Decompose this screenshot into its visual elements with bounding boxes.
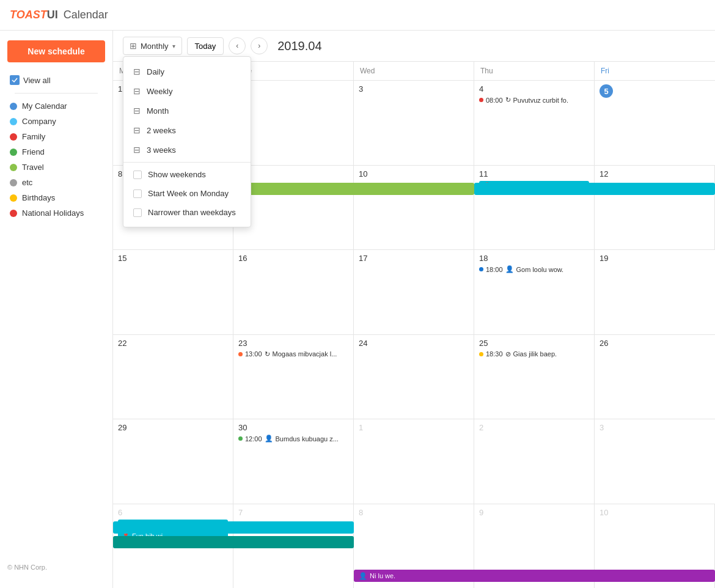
cell-may-3: 3 [595, 419, 715, 504]
cell-apr-18: 18 18:00 👤 Gom loolu wow. [474, 250, 595, 334]
event-time: 13:00 [245, 350, 262, 358]
day-number: 1 [359, 423, 469, 432]
dropdown-item-month[interactable]: ⊟ Month [123, 101, 251, 120]
dropdown-divider [123, 162, 251, 163]
sidebar-item-company[interactable]: Company [7, 114, 105, 129]
sidebar-items: View all My Calendar Company Family Frie… [0, 72, 112, 221]
day-number: 19 [600, 254, 710, 263]
sidebar-item-national-holidays[interactable]: National Holidays [7, 205, 105, 221]
top-bar: TOAST UI Calendar [0, 0, 715, 31]
my-calendar-label: My Calendar [22, 101, 67, 111]
day-number: 29 [118, 423, 228, 432]
day-number: 25 [479, 339, 589, 348]
event-text: Gom loolu wow. [516, 266, 564, 273]
event-apr30: 12:00 👤 Bumdus kubuagu z... [238, 435, 348, 443]
daily-grid-icon: ⊟ [133, 67, 141, 76]
grid-icon: ⊞ [130, 41, 137, 51]
check-icon [10, 75, 20, 85]
event-dot [238, 436, 243, 441]
toolbar: ⊞ Monthly ▾ ⊟ Daily ⊟ Weekly ⊟ [113, 31, 715, 62]
cell-may-1: 1 [354, 419, 474, 504]
company-label: Company [22, 117, 56, 126]
cell-apr-22: 22 [113, 335, 233, 419]
pin-icon: 📍 [483, 182, 491, 190]
birthdays-label: Birthdays [22, 193, 55, 202]
cell-apr-10: 10 [354, 166, 474, 250]
week-4: 22 23 13:00 ↻ Mogaas mibvacjak l... 24 [113, 335, 715, 420]
today-button[interactable]: Today [187, 37, 224, 55]
sidebar-item-family[interactable]: Family [7, 129, 105, 144]
next-button[interactable]: › [251, 37, 268, 54]
event-text: Gias jilik baep. [513, 350, 557, 358]
start-monday-label: Start Week on Monday [148, 189, 229, 198]
travel-dot [10, 164, 17, 171]
day-number: 9 [479, 508, 589, 517]
sidebar-item-birthdays[interactable]: Birthdays [7, 190, 105, 205]
day-number: 5 [600, 84, 613, 98]
dropdown-item-3weeks[interactable]: ⊟ 3 weeks [123, 140, 251, 160]
narrower-label: Narrower than weekdays [148, 208, 236, 217]
show-weekends-label: Show weekends [148, 170, 206, 179]
start-monday-checkbox[interactable] [133, 189, 142, 198]
sidebar-item-friend[interactable]: Friend [7, 144, 105, 160]
show-weekends-checkbox[interactable] [133, 171, 142, 179]
cell-apr-30: 30 12:00 👤 Bumdus kubuagu z... [233, 419, 354, 504]
block-icon: ⊘ [122, 521, 127, 529]
event-dot [479, 98, 483, 102]
day-number: 11 [479, 169, 589, 178]
birthdays-dot [10, 194, 17, 202]
month-title: 2019.04 [277, 39, 321, 53]
event-dot [479, 352, 483, 356]
event-refresh-icon: ↻ [505, 96, 511, 104]
cell-apr-4: 4 08:00 ↻ Puvutvuz curbit fo. [474, 81, 595, 165]
sidebar-item-travel[interactable]: Travel [7, 160, 105, 175]
dropdown-arrow-icon: ▾ [172, 43, 175, 50]
cell-apr-26: 26 [595, 335, 715, 419]
sidebar: New schedule View all My Calendar Compan… [0, 31, 113, 588]
event-apr11: 📍 Dadef me jagirok. [479, 181, 589, 191]
cell-may-6: 6 ⊘ Jocauhi imiog wuzri. 📍 Fun bib wi. [113, 504, 233, 589]
event-apr4: 08:00 ↻ Puvutvuz curbit fo. [479, 96, 589, 104]
view-dropdown-label: Monthly [141, 42, 169, 51]
dropdown-show-weekends[interactable]: Show weekends [123, 165, 251, 184]
new-schedule-button[interactable]: New schedule [7, 40, 105, 62]
cell-apr-17: 17 [354, 250, 474, 334]
event-text: Fun bib wi. [132, 532, 164, 540]
dropdown-item-weekly[interactable]: ⊟ Weekly [123, 81, 251, 101]
cell-apr-25: 25 18:30 ⊘ Gias jilik baep. [474, 335, 595, 419]
dropdown-item-2weeks[interactable]: ⊟ 2 weeks [123, 120, 251, 140]
view-dropdown[interactable]: ⊞ Monthly ▾ [123, 37, 182, 55]
etc-dot [10, 179, 17, 186]
copyright: © NHN Corp. [0, 556, 112, 578]
day-number: 24 [359, 339, 469, 348]
dropdown-start-monday[interactable]: Start Week on Monday [123, 184, 251, 203]
event-apr23: 13:00 ↻ Mogaas mibvacjak l... [238, 350, 348, 358]
narrower-checkbox[interactable] [133, 208, 142, 217]
dropdown-narrower[interactable]: Narrower than weekdays [123, 203, 251, 222]
week-3: 15 16 17 18 18:00 👤 Gom loo [113, 250, 715, 335]
sidebar-divider [15, 93, 98, 94]
day-number: 3 [359, 84, 469, 94]
day-number: 3 [600, 423, 710, 432]
cell-apr-15: 15 [113, 250, 233, 334]
day-number: 7 [238, 508, 348, 517]
sidebar-item-my-calendar[interactable]: My Calendar [7, 98, 105, 114]
sidebar-item-etc[interactable]: etc [7, 175, 105, 190]
dropdown-weekly-label: Weekly [147, 87, 172, 96]
national-holidays-label: National Holidays [22, 208, 84, 218]
cell-apr-12: 12 [595, 166, 715, 250]
prev-button[interactable]: ‹ [229, 37, 246, 54]
cell-apr-24: 24 [354, 335, 474, 419]
app-layout: New schedule View all My Calendar Compan… [0, 31, 715, 588]
sidebar-item-view-all[interactable]: View all [7, 72, 105, 88]
header-fri: Fri [595, 62, 715, 80]
event-jocauhi: ⊘ Jocauhi imiog wuzri. [118, 520, 228, 530]
header-wed: Wed [354, 62, 474, 80]
event-fun: 📍 Fun bib wi. [118, 531, 228, 542]
day-number: 30 [238, 423, 348, 432]
dropdown-item-daily[interactable]: ⊟ Daily [123, 62, 251, 81]
cell-apr-19: 19 [595, 250, 715, 334]
header-thu: Thu [474, 62, 595, 80]
pin-icon: 📍 [122, 532, 130, 540]
day-number: 4 [479, 84, 589, 94]
